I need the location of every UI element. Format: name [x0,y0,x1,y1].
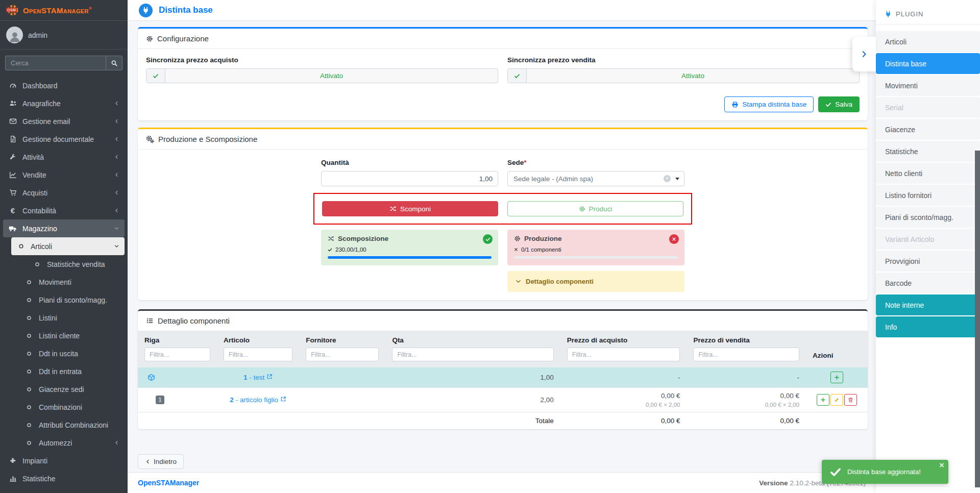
footer-brand-link[interactable]: OpenSTAManager [138,479,199,487]
sidebar-item-movimenti[interactable]: Movimenti [11,273,125,291]
plugin-item-info[interactable]: Info [876,316,980,337]
sidebar-item-acquisti[interactable]: Acquisti [3,184,125,202]
sidebar-item-dashboard[interactable]: Dashboard [3,77,125,94]
sidebar-item-ddt-uscita[interactable]: Ddt in uscita [11,344,125,362]
components-detail-toggle[interactable]: Dettaglio componenti [507,271,684,292]
plugin-item-provvigioni[interactable]: Provvigioni [876,251,980,272]
checkbox-checked-icon[interactable] [508,69,527,83]
edit-row-button[interactable] [830,394,843,406]
delete-row-button[interactable] [844,394,857,406]
plugin-item-barcode[interactable]: Barcode [876,273,980,293]
filter-qta-input[interactable] [392,348,553,361]
filter-prezzo-vendita-input[interactable] [693,348,799,361]
add-row-button[interactable] [830,372,843,383]
circle-icon [24,440,34,446]
scrollbar-thumb[interactable] [975,151,980,487]
brand[interactable]: OSM OpenSTAManager® [0,0,128,21]
panel-collapse-button[interactable] [852,37,876,71]
sidebar-item-piani-sconto[interactable]: Piani di sconto/magg. [11,291,125,309]
article-link[interactable]: 2 - articolo figlio [230,396,278,404]
external-link-icon[interactable] [266,373,273,380]
plugin-item-note-interne[interactable]: Note interne [876,294,980,315]
plugin-item-articoli[interactable]: Articoli [876,31,980,52]
filter-riga-input[interactable] [144,348,210,361]
components-table: Riga Articolo Fornitore Qta Prezzo di ac… [138,331,868,429]
osm-gear-logo-icon: OSM [6,4,19,17]
brand-name: OpenSTAManager® [23,6,92,15]
sync-sale-label: Sincronizza prezzo vendita [507,56,860,64]
sidebar-item-attributi-combinazioni[interactable]: Attributi Combinazioni [11,416,125,434]
sidebar-nav: Dashboard Anagrafiche Gestione email Ges… [0,73,128,492]
sidebar-item-combinazioni[interactable]: Combinazioni [11,398,125,416]
sidebar-item-articoli[interactable]: Articoli [11,237,125,255]
filter-prezzo-acquisto-input[interactable] [567,348,680,361]
sede-select[interactable]: Sede legale - (Admin spa) × [507,171,684,186]
page-content: Configurazione Sincronizza prezzo acquis… [128,21,876,472]
quantity-input[interactable] [321,171,498,186]
add-row-button[interactable] [817,394,829,406]
printer-icon [731,101,739,108]
page-scrollbar[interactable] [975,0,980,493]
plus-icon [820,397,826,403]
search-input[interactable] [5,56,106,70]
sidebar-item-listini[interactable]: Listini [11,309,125,327]
print-bom-button[interactable]: Stampa distinta base [724,96,814,112]
search-button[interactable] [106,56,122,70]
sidebar-item-giacenze-sedi[interactable]: Giacenze sedi [11,380,125,398]
produzione-progress-bar [514,256,678,259]
filter-articolo-input[interactable] [224,348,292,361]
gear-icon [579,206,585,212]
sidebar-item-contabilita[interactable]: €Contabilità [3,202,125,219]
article-link[interactable]: 1 - test [243,374,264,381]
plugin-item-distinta-base[interactable]: Distinta base [876,53,980,74]
plugin-item-giacenze[interactable]: Giacenze [876,119,980,140]
plugin-item-listino-fornitori[interactable]: Listino fornitori [876,185,980,206]
sidebar-item-attivita[interactable]: Attività [3,148,125,166]
users-icon [8,100,17,107]
external-link-icon[interactable] [280,395,286,403]
row-number-badge: 1 [156,396,164,404]
clear-selection-icon[interactable]: × [664,175,671,182]
circle-icon [24,386,34,392]
sidebar-item-magazzino[interactable]: Magazzino [3,219,125,237]
gear-icon [146,35,153,42]
total-label: Totale [385,412,560,430]
price-breakdown: 0,00 € × 2,00 [693,402,799,408]
save-button[interactable]: Salva [818,96,860,112]
plugin-item-piani-di-sconto[interactable]: Piani di sconto/magg. [876,207,980,228]
sidebar-item-ddt-entrata[interactable]: Ddt in entrata [11,362,125,380]
sidebar-item-listini-cliente[interactable]: Listini cliente [11,327,125,344]
sync-purchase-toggle[interactable]: Attivato [146,68,498,83]
sidebar-item-automezzi[interactable]: Automezzi [11,434,125,452]
chevron-left-icon [114,154,119,160]
check-icon [328,248,332,252]
total-prezzo-acquisto: 0,00 € [560,412,687,430]
production-card: Produzione e Scomposizione Quantità Sede… [138,128,868,300]
truck-icon [8,225,17,233]
produci-button[interactable]: Produci [507,201,683,216]
plugin-item-movimenti[interactable]: Movimenti [876,75,980,96]
scomponi-button[interactable]: Scomponi [322,201,498,216]
filter-fornitore-input[interactable] [306,348,379,361]
sidebar-item-gestione-email[interactable]: Gestione email [3,112,125,130]
toast-close-button[interactable]: × [939,460,944,471]
plugin-item-statistiche[interactable]: Statistiche [876,141,980,162]
app-root: OSM OpenSTAManager® admin Dashboard Anag… [0,0,980,493]
sidebar-item-statistiche[interactable]: Statistiche [3,470,125,487]
chart-line-icon [8,171,17,179]
toast-message: Distinta base aggiornata! [847,468,921,476]
sidebar-item-anagrafiche[interactable]: Anagrafiche [3,94,125,112]
plugin-item-netto-clienti[interactable]: Netto clienti [876,163,980,184]
column-header-articolo: Articolo [217,331,299,344]
sidebar-item-vendite[interactable]: Vendite [3,166,125,184]
sidebar-item-statistiche-vendita[interactable]: Statistiche vendita [11,255,125,273]
back-button[interactable]: Indietro [138,454,184,469]
shuffle-icon [328,235,334,242]
prezzo-vendita-cell: 0,00 €0,00 € × 2,00 [687,388,806,412]
checkbox-checked-icon[interactable] [146,69,165,83]
chevron-left-icon [114,190,119,195]
sidebar-item-impianti[interactable]: Impianti [3,452,125,470]
user-box[interactable]: admin [0,21,128,50]
sync-sale-toggle[interactable]: Attivato [507,68,860,83]
sidebar-item-gestione-documentale[interactable]: Gestione documentale [3,130,125,148]
